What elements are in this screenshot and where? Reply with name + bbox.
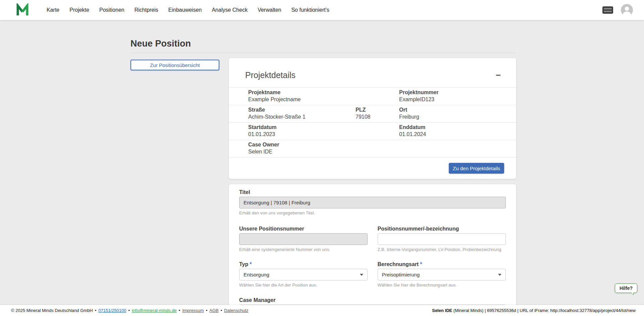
position-overview-button[interactable]: Zur Positionsübersicht (130, 60, 219, 70)
footer-links: © 2025 Mineral Minds Deutschland GmbH • … (11, 308, 249, 313)
field-label: Projektname (248, 89, 356, 96)
project-card-title: Projektdetails (245, 70, 296, 80)
impressum-link[interactable]: Impressum (182, 308, 204, 313)
table-row: Projektname Example Projectname Projektn… (229, 88, 516, 105)
separator: • (128, 308, 130, 313)
field-strasse: Straße Achim-Stocker-Straße 1 (248, 107, 356, 120)
field-value: Selen IDE (248, 148, 356, 155)
session-info: Selen IDE (Mineral Minds) | 69576255536d… (432, 308, 636, 313)
separator: • (206, 308, 208, 313)
right-column: Projektdetails − Projektname Example Pro… (229, 53, 516, 316)
left-column: Zur Positionsübersicht (130, 53, 229, 70)
typ-helper: Wählen Sie hier die Art der Position aus… (239, 282, 368, 288)
server-button[interactable] (602, 6, 613, 14)
server-icon (602, 6, 613, 14)
table-row: Case Owner Selen IDE (229, 140, 516, 157)
nav-item-projekte[interactable]: Projekte (69, 0, 89, 20)
positionsnummer-helper: Z.B. Interne-Vorgangsnummer, LV-Position… (378, 247, 506, 252)
nav-right-actions (602, 4, 633, 16)
field-label: Ort (399, 107, 509, 113)
berechnungsart-helper: Wählen Sie hier die Berechnungsart aus. (378, 282, 506, 288)
main-content: Neue Position Zur Positionsübersicht Pro… (130, 20, 516, 316)
email-link[interactable]: info@mineral-minds.de (132, 308, 177, 313)
case-manager-label: Case Manager (239, 297, 506, 303)
field-plz: PLZ 79108 (356, 107, 399, 120)
separator: • (221, 308, 222, 313)
field-projektname: Projektname Example Projectname (248, 89, 356, 103)
positionsnummer-input[interactable] (378, 233, 506, 245)
field-value: Achim-Stocker-Straße 1 (248, 114, 356, 120)
mineral-minds-logo-icon (16, 3, 29, 17)
footer: © 2025 Mineral Minds Deutschland GmbH • … (0, 305, 644, 316)
new-position-form-card: Titel Erhält den von uns vorgegebenen Ti… (229, 184, 516, 316)
datenschutz-link[interactable]: Datenschutz (224, 308, 248, 313)
separator: • (95, 308, 97, 313)
nav-item-analyse-check[interactable]: Analyse Check (212, 0, 248, 20)
berechnungsart-select-value: Preisoptimierung (382, 272, 420, 277)
field-label: Enddatum (399, 124, 509, 130)
typ-label-text: Typ (239, 261, 248, 267)
top-nav: Karte Projekte Positionen Richtpreis Ein… (0, 0, 644, 20)
nav-item-positionen[interactable]: Positionen (99, 0, 124, 20)
titel-field-group: Titel Erhält den von uns vorgegebenen Ti… (239, 189, 506, 215)
typ-select[interactable]: Entsorgung (239, 269, 368, 280)
user-avatar-icon (621, 4, 633, 16)
typ-field-group: Typ* Entsorgung Wählen Sie hier die Art … (239, 261, 368, 288)
unsere-positionsnummer-input (239, 233, 368, 245)
titel-input (239, 197, 506, 208)
titel-helper: Erhält den von uns vorgegebenen Titel. (239, 210, 506, 215)
positionsnummer-field-group: Positionsnummer/-bezeichnung Z.B. Intern… (378, 226, 506, 252)
field-value: ExampleID123 (399, 96, 509, 103)
field-label: Case Owner (248, 142, 356, 148)
positionsnummer-label: Positionsnummer/-bezeichnung (378, 226, 506, 232)
account-button[interactable] (621, 4, 633, 16)
page-title: Neue Position (130, 20, 516, 53)
unsere-positionsnummer-label: Unsere Positionsnummer (239, 226, 368, 232)
field-enddatum: Enddatum 01.01.2024 (399, 124, 509, 137)
nav-item-karte[interactable]: Karte (47, 0, 59, 20)
chevron-down-icon (498, 274, 501, 276)
field-label: Straße (248, 107, 356, 113)
phone-link[interactable]: 07151/250100 (98, 308, 126, 313)
copyright-text: © 2025 Mineral Minds Deutschland GmbH (11, 308, 93, 313)
nav-item-so-funktionierts[interactable]: So funktioniert's (291, 0, 329, 20)
field-label: Startdatum (248, 124, 356, 130)
table-row: Straße Achim-Stocker-Straße 1 PLZ 79108 … (229, 105, 516, 123)
field-projektnummer: Projektnummer ExampleID123 (399, 89, 509, 103)
table-row: Startdatum 01.01.2023 Enddatum 01.01.202… (229, 123, 516, 140)
field-value: 01.01.2024 (399, 131, 509, 137)
field-value: Freiburg (399, 114, 509, 120)
titel-label: Titel (239, 189, 506, 195)
field-label: Projektnummer (399, 89, 509, 96)
session-user: Selen IDE (432, 308, 452, 313)
field-value: 01.01.2023 (248, 131, 356, 137)
field-case-owner: Case Owner Selen IDE (248, 142, 356, 155)
brand-logo[interactable] (16, 3, 29, 17)
berechnungsart-field-group: Berechnungsart* Preisoptimierung Wählen … (378, 261, 506, 288)
chevron-down-icon (360, 274, 363, 276)
typ-label: Typ* (239, 261, 368, 267)
berechnungsart-select[interactable]: Preisoptimierung (378, 269, 506, 280)
required-asterisk: * (250, 261, 252, 267)
field-label: PLZ (356, 107, 399, 113)
project-details-button[interactable]: Zu den Projektdetails (449, 163, 504, 174)
berechnungsart-label: Berechnungsart* (378, 261, 506, 267)
field-ort: Ort Freiburg (399, 107, 509, 120)
berechnungsart-label-text: Berechnungsart (378, 261, 419, 267)
nav-item-einbauweisen[interactable]: Einbauweisen (168, 0, 202, 20)
nav-item-richtpreis[interactable]: Richtpreis (135, 0, 158, 20)
project-details-table: Projektname Example Projectname Projektn… (229, 87, 516, 157)
project-details-card: Projektdetails − Projektname Example Pro… (229, 58, 516, 179)
separator: • (179, 308, 180, 313)
field-value: 79108 (356, 114, 399, 120)
session-details: (Mineral Minds) | 69576255536d | URL of … (452, 308, 636, 313)
nav-item-verwalten[interactable]: Verwalten (258, 0, 281, 20)
collapse-icon[interactable]: − (494, 72, 502, 78)
main-menu: Karte Projekte Positionen Richtpreis Ein… (47, 0, 329, 20)
field-startdatum: Startdatum 01.01.2023 (248, 124, 356, 137)
help-bubble[interactable]: Hilfe? (615, 283, 637, 293)
field-value: Example Projectname (248, 96, 356, 103)
agb-link[interactable]: AGB (209, 308, 218, 313)
required-asterisk: * (420, 261, 422, 267)
typ-select-value: Entsorgung (244, 272, 269, 277)
